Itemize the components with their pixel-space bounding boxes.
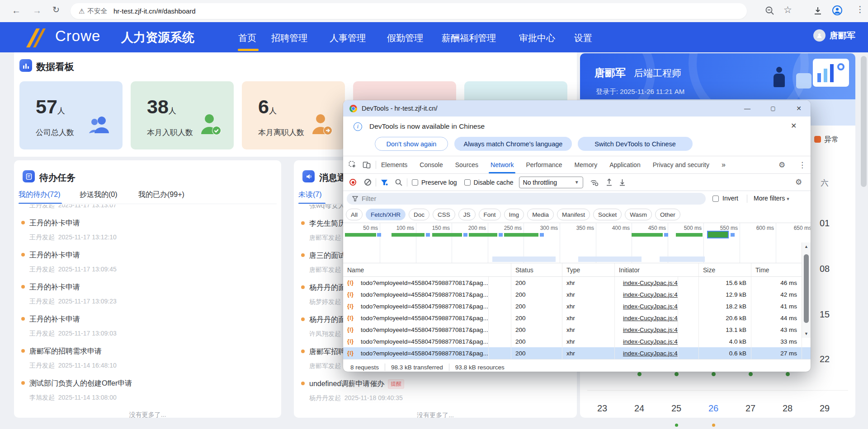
todo-item[interactable]: 王丹的补卡申请王丹发起 2025-11-17 13:09:23 [29, 283, 275, 306]
initiator-link[interactable]: index-CucyJpac.js:4 [619, 289, 678, 300]
inspect-icon[interactable] [349, 161, 357, 169]
nav-item-hr[interactable]: 人事管理 [330, 32, 366, 44]
calendar-date[interactable]: 15 [811, 309, 838, 320]
tab-sources[interactable]: Sources [455, 161, 478, 168]
tab-memory[interactable]: Memory [575, 161, 598, 168]
minimize-icon[interactable]: — [743, 104, 752, 113]
calendar-date[interactable]: 28 [774, 403, 801, 414]
more-tabs-icon[interactable]: » [722, 161, 726, 169]
chip-js[interactable]: JS [458, 209, 476, 220]
network-request-row[interactable]: {⁝}todo?employeeId=45580475988770817&pag… [343, 289, 811, 300]
invert-checkbox[interactable] [712, 196, 719, 202]
bookmark-star-icon[interactable]: ☆ [783, 5, 792, 14]
nav-item-home[interactable]: 首页 [238, 32, 256, 44]
todo-item[interactable]: 唐郦军的招聘需求申请王丹发起 2025-11-14 16:48:10 [29, 347, 275, 370]
download-icon[interactable] [813, 6, 823, 16]
forward-icon[interactable]: → [33, 6, 42, 15]
network-request-row-selected[interactable]: {⁝}todo?employeeId=45580475988770817&pag… [343, 347, 811, 359]
initiator-link[interactable]: index-CucyJpac.js:4 [619, 324, 678, 336]
todo-item[interactable]: 测试部门负责人的创建Offer申请李旭发起 2025-11-14 13:08:0… [29, 379, 275, 402]
network-request-row[interactable]: {⁝}todo?employeeId=45580475988770817&pag… [343, 312, 811, 324]
nav-item-recruit[interactable]: 招聘管理 [271, 32, 307, 44]
chip-manifest[interactable]: Manifest [557, 209, 590, 220]
switch-chinese-button[interactable]: Switch DevTools to Chinese [578, 137, 693, 151]
calendar-date[interactable]: 01 [811, 218, 838, 228]
preserve-log-checkbox[interactable] [412, 179, 418, 186]
tab-network[interactable]: Network [491, 161, 514, 168]
network-request-row[interactable]: {⁝}todo?employeeId=45580475988770817&pag… [343, 324, 811, 336]
tab-cc-me[interactable]: 抄送我的(0) [80, 190, 118, 200]
initiator-link[interactable]: index-CucyJpac.js:4 [619, 300, 678, 312]
calendar-date[interactable]: 22 [811, 354, 838, 364]
match-language-button[interactable]: Always match Chrome's language [454, 137, 572, 151]
calendar-date[interactable]: 25 [663, 403, 690, 414]
devtools-titlebar[interactable]: DevTools - hr-test.zjf-it.cn/ — ▢ ✕ [343, 100, 811, 117]
nav-item-approval[interactable]: 审批中心 [519, 32, 555, 44]
requests-table-header[interactable]: Name Status Type Initiator Size Time [343, 263, 811, 277]
devtools-settings-gear-icon[interactable]: ⚙ [778, 160, 785, 170]
tab-unread[interactable]: 未读(7) [298, 190, 322, 200]
chip-other[interactable]: Other [655, 209, 680, 220]
network-conditions-icon[interactable] [590, 178, 599, 186]
calendar-date[interactable]: 29 [811, 403, 838, 414]
profile-icon[interactable] [832, 5, 843, 16]
chip-all[interactable]: All [346, 209, 363, 220]
tab-my-todo[interactable]: 我的待办(72) [19, 190, 60, 200]
chip-css[interactable]: CSS [433, 209, 455, 220]
nav-item-settings[interactable]: 设置 [574, 32, 592, 44]
menu-dots-icon[interactable]: ⋮ [856, 5, 864, 14]
device-toolbar-icon[interactable] [363, 161, 371, 169]
calendar-date[interactable]: 08 [811, 264, 838, 274]
calendar-date-today[interactable]: 26 [700, 403, 727, 414]
initiator-link[interactable]: index-CucyJpac.js:4 [619, 347, 678, 359]
initiator-link[interactable]: index-CucyJpac.js:4 [619, 312, 678, 324]
calendar-date[interactable]: 23 [589, 403, 616, 414]
export-har-icon[interactable] [619, 178, 626, 186]
scroll-up-icon[interactable]: ▲ [802, 244, 811, 249]
network-request-row[interactable]: {⁝}todo?employeeId=45580475988770817&pag… [343, 277, 811, 289]
nav-item-attendance[interactable]: 假勤管理 [387, 32, 423, 44]
back-icon[interactable]: ← [12, 6, 21, 15]
tab-my-done[interactable]: 我的已办(99+) [138, 190, 184, 200]
chip-font[interactable]: Font [479, 209, 501, 220]
clear-icon[interactable] [364, 179, 371, 186]
network-request-row[interactable]: {⁝}todo?employeeId=45580475988770817&pag… [343, 300, 811, 312]
search-icon[interactable] [395, 179, 402, 186]
tab-privacy[interactable]: Privacy and security [653, 161, 709, 168]
dont-show-again-button[interactable]: Don't show again [375, 137, 448, 151]
chip-fetch-xhr[interactable]: Fetch/XHR [366, 209, 406, 220]
chip-img[interactable]: Img [504, 209, 524, 220]
disable-cache-checkbox[interactable] [464, 179, 471, 186]
calendar-date[interactable]: 27 [737, 403, 764, 414]
network-settings-gear-icon[interactable]: ⚙ [795, 177, 802, 187]
chip-media[interactable]: Media [527, 209, 554, 220]
infobar-close-icon[interactable]: ✕ [791, 121, 797, 130]
chip-doc[interactable]: Doc [409, 209, 429, 220]
maximize-icon[interactable]: ▢ [769, 104, 778, 113]
todo-item[interactable]: 王丹的补卡申请王丹发起 2025-11-17 13:09:03 [29, 315, 275, 338]
devtools-menu-dots-icon[interactable]: ⋮ [798, 160, 806, 170]
scroll-down-icon[interactable]: ▼ [802, 331, 811, 336]
filter-funnel-icon[interactable] [381, 179, 388, 186]
import-har-icon[interactable] [606, 178, 613, 186]
initiator-link[interactable]: index-CucyJpac.js:4 [619, 336, 678, 347]
refresh-icon[interactable]: ↻ [52, 5, 60, 14]
page-scrollbar[interactable] [861, 56, 867, 187]
address-bar[interactable]: ⚠ 不安全 hr-test.zjf-it.cn/#/dashboard [71, 3, 747, 19]
throttling-select[interactable]: No throttling▼ [519, 177, 583, 188]
record-icon[interactable] [349, 179, 356, 186]
network-overview-timeline[interactable]: 50 ms 100 ms 150 ms 200 ms 250 ms 300 ms… [343, 223, 811, 263]
todo-item[interactable]: 王丹的补卡申请王丹发起 2025-11-17 13:12:10 [29, 219, 275, 242]
tab-application[interactable]: Application [609, 161, 641, 168]
network-request-row[interactable]: {⁝}todo?employeeId=45580475988770817&pag… [343, 336, 811, 347]
zoom-icon[interactable] [765, 6, 775, 16]
clipped-list-row[interactable]: 王丹发起 2025-11-17 13:13:07 [29, 205, 281, 210]
chip-socket[interactable]: Socket [593, 209, 622, 220]
scrollbar-thumb[interactable] [804, 254, 809, 323]
nav-item-payroll[interactable]: 薪酬福利管理 [442, 32, 496, 44]
chip-wasm[interactable]: Wasm [625, 209, 652, 220]
nav-user-chip[interactable]: 唐郦军 [813, 29, 855, 42]
tab-performance[interactable]: Performance [526, 161, 562, 168]
message-item-remind[interactable]: undefined调薪申请催办提醒 杨丹丹发起 2025-11-18 09:40… [309, 379, 571, 402]
more-filters-button[interactable]: More filters ▾ [754, 195, 789, 202]
